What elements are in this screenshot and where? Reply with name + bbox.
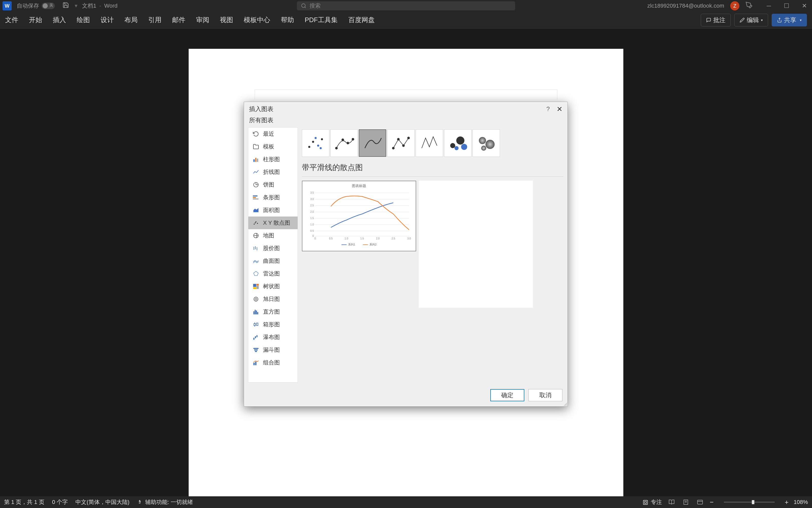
word-count[interactable]: 0 个字 [52, 498, 68, 506]
edit-mode-button[interactable]: 编辑 ▾ [734, 14, 768, 27]
tab-layout[interactable]: 布局 [125, 15, 138, 25]
category-bar[interactable]: 条形图 [248, 191, 298, 204]
tab-references[interactable]: 引用 [148, 15, 161, 25]
dialog-close-button[interactable]: ✕ [557, 105, 562, 113]
svg-text:3.0: 3.0 [310, 198, 314, 201]
category-funnel[interactable]: 漏斗图 [248, 344, 298, 356]
ok-button[interactable]: 确定 [490, 389, 524, 401]
svg-rect-95 [698, 500, 703, 504]
subtype-straight-markers[interactable] [387, 129, 415, 157]
svg-point-12 [257, 223, 258, 224]
accessibility-status[interactable]: 辅助功能: 一切就绪 [137, 498, 193, 506]
tab-baidu[interactable]: 百度网盘 [348, 15, 375, 25]
dialog-help-button[interactable]: ? [546, 105, 550, 113]
svg-point-46 [315, 137, 317, 139]
category-boxplot[interactable]: 箱形图 [248, 318, 298, 331]
tab-file[interactable]: 文件 [5, 15, 18, 25]
subtype-smooth-lines[interactable] [359, 129, 386, 157]
svg-text:1.5: 1.5 [310, 217, 314, 220]
read-mode-button[interactable] [667, 498, 676, 507]
category-waterfall[interactable]: 瀑布图 [248, 331, 298, 344]
tab-design[interactable]: 设计 [101, 15, 114, 25]
tab-insert[interactable]: 插入 [53, 15, 66, 25]
subtype-straight-lines[interactable] [416, 129, 443, 157]
page-info[interactable]: 第 1 页，共 1 页 [4, 498, 44, 506]
language[interactable]: 中文(简体，中国大陆) [76, 498, 130, 506]
svg-rect-8 [253, 197, 256, 198]
column-chart-icon [252, 156, 259, 162]
tab-pdf[interactable]: PDF工具集 [305, 15, 338, 25]
scatter-chart-icon [252, 220, 259, 226]
cancel-button[interactable]: 取消 [528, 389, 562, 401]
chevron-down-icon: ▾ [761, 18, 763, 22]
svg-point-44 [317, 144, 319, 146]
autosave-toggle[interactable]: 自动保存 关 [17, 2, 55, 10]
title-bar: W 自动保存 关 ▾ 文档1 - Word 搜索 zlc18992091784@… [0, 0, 812, 12]
category-map[interactable]: 地图 [248, 229, 298, 242]
category-scatter[interactable]: X Y 散点图 [248, 216, 298, 229]
category-surface[interactable]: 曲面图 [248, 255, 298, 267]
zoom-level[interactable]: 108% [794, 499, 808, 505]
category-sunburst[interactable]: 旭日图 [248, 293, 298, 305]
tab-view[interactable]: 视图 [220, 15, 233, 25]
focus-icon [642, 500, 648, 505]
tab-home[interactable]: 开始 [29, 15, 42, 25]
subtype-smooth-markers[interactable] [330, 129, 358, 157]
category-pie[interactable]: 饼图 [248, 178, 298, 191]
svg-rect-28 [256, 310, 257, 314]
category-area[interactable]: 面积图 [248, 204, 298, 216]
svg-point-47 [320, 147, 322, 149]
user-email[interactable]: zlc18992091784@outlook.com [648, 3, 724, 9]
svg-rect-37 [253, 348, 258, 349]
svg-text:0: 0 [314, 237, 316, 240]
pencil-icon [739, 17, 745, 23]
pen-icon[interactable] [746, 2, 753, 10]
svg-rect-5 [257, 159, 258, 162]
user-avatar[interactable]: Z [730, 1, 739, 10]
svg-point-62 [481, 145, 486, 151]
svg-rect-90 [643, 500, 648, 505]
tab-help[interactable]: 帮助 [281, 15, 294, 25]
category-line[interactable]: 折线图 [248, 166, 298, 178]
search-box[interactable]: 搜索 [297, 1, 515, 10]
category-treemap[interactable]: 树状图 [248, 280, 298, 293]
subtype-scatter[interactable] [302, 129, 329, 157]
print-layout-button[interactable] [681, 498, 690, 507]
subtype-3d-bubble[interactable] [473, 129, 500, 157]
comment-icon [706, 17, 711, 23]
preview-title: 带平滑线的散点图 [302, 159, 563, 177]
maximize-button[interactable]: ☐ [781, 1, 792, 11]
category-histogram[interactable]: 直方图 [248, 305, 298, 318]
zoom-out-button[interactable]: − [710, 498, 714, 506]
category-combo[interactable]: 组合图 [248, 356, 298, 369]
subtype-bubble[interactable] [444, 129, 472, 157]
svg-point-50 [347, 142, 349, 144]
chart-category-list: 最近 模板 柱形图 折线图 饼图 条形图 [248, 127, 298, 382]
insert-chart-dialog: 插入图表 ? ✕ 所有图表 最近 模板 柱形图 折线图 [244, 102, 568, 407]
minimize-button[interactable]: ─ [764, 1, 774, 11]
chart-preview[interactable]: 图表标题 [302, 181, 416, 251]
zoom-slider[interactable] [724, 502, 775, 503]
category-recent[interactable]: 最近 [248, 128, 298, 140]
tab-draw[interactable]: 绘图 [77, 15, 90, 25]
category-radar[interactable]: 雷达图 [248, 267, 298, 280]
web-layout-button[interactable] [696, 498, 705, 507]
focus-mode-button[interactable]: 专注 [642, 498, 662, 506]
zoom-in-button[interactable]: + [785, 498, 789, 506]
category-template[interactable]: 模板 [248, 140, 298, 153]
category-stock[interactable]: 股价图 [248, 242, 298, 255]
tab-review[interactable]: 审阅 [196, 15, 209, 25]
comments-button[interactable]: 批注 [701, 14, 731, 27]
tab-mailings[interactable]: 邮件 [172, 15, 185, 25]
close-button[interactable]: ✕ [799, 1, 809, 11]
toggle-switch[interactable]: 关 [42, 3, 55, 9]
svg-rect-40 [253, 363, 255, 365]
tab-templates[interactable]: 模板中心 [244, 15, 270, 25]
save-icon[interactable] [62, 2, 69, 10]
bar-chart-icon [252, 195, 259, 201]
svg-text:3.5: 3.5 [310, 192, 314, 194]
share-button[interactable]: 共享 ▾ [772, 14, 807, 27]
resize-handle[interactable] [563, 402, 567, 406]
category-column[interactable]: 柱形图 [248, 153, 298, 166]
subtype-row [302, 127, 563, 159]
